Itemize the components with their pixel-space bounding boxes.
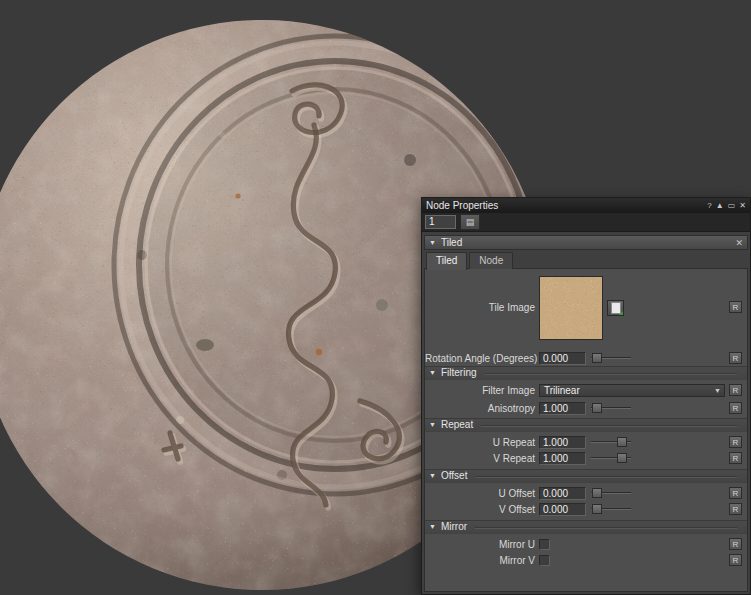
property-tabs: Tiled Node xyxy=(426,252,515,269)
collapse-arrow-icon: ▼ xyxy=(429,366,436,380)
anisotropy-reset-button[interactable]: R xyxy=(729,402,742,414)
rotation-row: Rotation Angle (Degrees) 0.000 R xyxy=(425,352,747,365)
mirror-v-reset-button[interactable]: R xyxy=(729,554,742,566)
u-offset-label: U Offset xyxy=(425,487,535,500)
u-offset-input[interactable]: 0.000 xyxy=(539,487,586,500)
v-offset-row: V Offset 0.000 R xyxy=(425,503,747,516)
filter-image-reset-button[interactable]: R xyxy=(729,384,742,396)
filter-image-label: Filter Image xyxy=(425,384,535,397)
u-repeat-row: U Repeat 1.000 R xyxy=(425,436,747,449)
section-groove xyxy=(485,373,737,374)
index-input[interactable]: 1 xyxy=(425,215,456,229)
slider-handle[interactable] xyxy=(592,353,602,363)
anisotropy-slider[interactable] xyxy=(591,402,631,413)
mirror-u-reset-button[interactable]: R xyxy=(729,538,742,550)
mirror-u-checkbox[interactable] xyxy=(539,539,550,550)
rotation-reset-button[interactable]: R xyxy=(729,352,742,364)
panel-title: Node Properties xyxy=(426,200,498,211)
tile-image-label: Tile Image xyxy=(425,301,535,314)
pin-icon[interactable]: ▲ xyxy=(716,198,724,213)
collapse-arrow-icon: ▼ xyxy=(429,520,436,534)
section-title: Mirror xyxy=(441,520,467,534)
slider-handle[interactable] xyxy=(592,403,602,413)
v-offset-input[interactable]: 0.000 xyxy=(539,503,586,516)
section-header-offset[interactable]: ▼ Offset xyxy=(425,469,747,483)
anisotropy-row: Anisotropy 1.000 R xyxy=(425,402,747,415)
node-header-label: Tiled xyxy=(441,237,462,248)
collapse-arrow-icon: ▼ xyxy=(429,418,436,432)
section-header-filtering[interactable]: ▼ Filtering xyxy=(425,366,747,380)
tab-tiled[interactable]: Tiled xyxy=(426,252,467,270)
v-repeat-label: V Repeat xyxy=(425,452,535,465)
section-header-mirror[interactable]: ▼ Mirror xyxy=(425,520,747,534)
filter-image-dropdown[interactable]: Trilinear ▼ xyxy=(539,384,725,397)
v-repeat-input[interactable]: 1.000 xyxy=(539,452,586,465)
mirror-v-label: Mirror V xyxy=(425,554,535,567)
panel-toolbar: 1 ▤ xyxy=(422,213,750,232)
load-image-icon xyxy=(611,302,621,314)
collapse-arrow-icon: ▼ xyxy=(429,469,436,483)
v-repeat-row: V Repeat 1.000 R xyxy=(425,452,747,465)
mirror-v-checkbox[interactable] xyxy=(539,555,550,566)
filter-image-row: Filter Image Trilinear ▼ R xyxy=(425,384,747,397)
u-offset-slider[interactable] xyxy=(591,487,631,498)
rotation-input[interactable]: 0.000 xyxy=(539,352,586,365)
slider-handle[interactable] xyxy=(592,504,602,514)
tile-image-thumbnail[interactable] xyxy=(539,276,603,340)
load-image-button[interactable] xyxy=(607,300,624,316)
u-repeat-input[interactable]: 1.000 xyxy=(539,436,586,449)
slider-handle[interactable] xyxy=(617,437,627,447)
section-title: Repeat xyxy=(441,418,473,432)
u-offset-reset-button[interactable]: R xyxy=(729,487,742,499)
node-properties-panel: Node Properties ? ▲ ▭ ✕ 1 ▤ ▼ Tiled ✕ Ti… xyxy=(421,197,751,595)
section-groove xyxy=(481,425,737,426)
tile-image-reset-button[interactable]: R xyxy=(729,301,742,313)
tab-node[interactable]: Node xyxy=(469,252,513,269)
section-groove xyxy=(475,527,737,528)
section-groove xyxy=(475,476,737,477)
v-offset-reset-button[interactable]: R xyxy=(729,503,742,515)
rotation-slider[interactable] xyxy=(591,352,631,363)
v-offset-label: V Offset xyxy=(425,503,535,516)
v-repeat-slider[interactable] xyxy=(591,452,631,463)
anisotropy-input[interactable]: 1.000 xyxy=(539,402,586,415)
dropdown-value: Trilinear xyxy=(544,385,714,397)
v-offset-slider[interactable] xyxy=(591,503,631,514)
close-icon[interactable]: ✕ xyxy=(739,198,746,213)
u-offset-row: U Offset 0.000 R xyxy=(425,487,747,500)
anisotropy-label: Anisotropy xyxy=(425,402,535,415)
form-view-icon: ▤ xyxy=(466,217,475,227)
chevron-down-icon: ▼ xyxy=(714,385,724,397)
u-repeat-label: U Repeat xyxy=(425,436,535,449)
section-title: Offset xyxy=(441,469,468,483)
node-header-tiled[interactable]: ▼ Tiled ✕ xyxy=(424,235,748,250)
properties-content: Tile Image R xyxy=(424,268,748,592)
tile-texture-preview xyxy=(540,277,602,339)
mirror-u-label: Mirror U xyxy=(425,538,535,551)
mirror-v-row: Mirror V R xyxy=(425,554,747,567)
minimize-icon[interactable]: ▭ xyxy=(728,198,736,213)
slider-handle[interactable] xyxy=(617,453,627,463)
node-close-icon[interactable]: ✕ xyxy=(735,238,743,248)
v-repeat-reset-button[interactable]: R xyxy=(729,452,742,464)
section-title: Filtering xyxy=(441,366,477,380)
u-repeat-reset-button[interactable]: R xyxy=(729,436,742,448)
collapse-arrow-icon: ▼ xyxy=(429,239,436,246)
help-icon[interactable]: ? xyxy=(707,198,711,213)
section-header-repeat[interactable]: ▼ Repeat xyxy=(425,418,747,432)
form-view-button[interactable]: ▤ xyxy=(460,214,480,230)
slider-handle[interactable] xyxy=(592,488,602,498)
rotation-label: Rotation Angle (Degrees) xyxy=(425,352,535,365)
u-repeat-slider[interactable] xyxy=(591,436,631,447)
mirror-u-row: Mirror U R xyxy=(425,538,747,551)
panel-titlebar[interactable]: Node Properties ? ▲ ▭ ✕ xyxy=(422,198,750,213)
